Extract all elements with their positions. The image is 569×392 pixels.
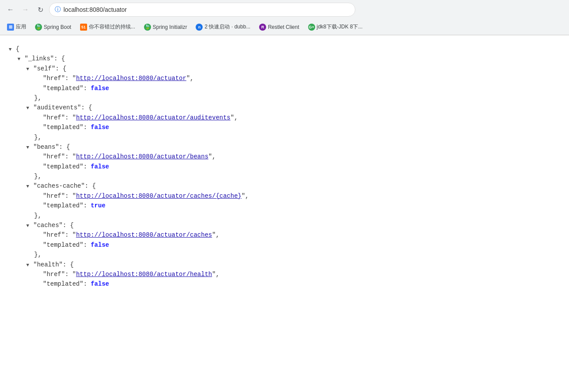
bookmark-initializr-label: Spring Initializr	[153, 24, 187, 30]
self-close: },	[9, 93, 560, 103]
bookmark-apps[interactable]: ⊞ 应用	[4, 21, 30, 32]
dubbo-icon: n	[196, 24, 203, 31]
bookmarks-bar: ⊞ 应用 🍃 Spring Boot 51 你不容错过的持续... 🍃 Spri…	[0, 19, 569, 35]
beans-templated-row: "templated": false	[9, 162, 560, 172]
beans-key-row: ▼ "beans": {	[9, 142, 560, 152]
health-templated-row: "templated": false	[9, 279, 560, 289]
caches-cache-toggle[interactable]: ▼	[26, 183, 32, 191]
address-bar[interactable]: ⓘ localhost:8080/actuator	[49, 3, 355, 17]
caches-cache-templated-row: "templated": true	[9, 201, 560, 210]
caches-cache-href-link[interactable]: http://localhost:8080/actuator/caches/{c…	[76, 191, 242, 201]
self-key-row: ▼ "self": {	[9, 64, 560, 74]
beans-toggle[interactable]: ▼	[26, 144, 32, 152]
self-href-row: "href": "http://localhost:8080/actuator"…	[9, 74, 560, 83]
nav-bar: ← → ↻ ⓘ localhost:8080/actuator	[0, 0, 569, 19]
auditevents-close: },	[9, 133, 560, 142]
initializr-icon: 🍃	[144, 24, 151, 31]
bookmark-jdk-label: jdk8下载-JDK 8下...	[317, 23, 363, 31]
auditevents-templated-row: "templated": false	[9, 122, 560, 132]
health-href-link[interactable]: http://localhost:8080/actuator/health	[76, 270, 212, 279]
auditevents-toggle[interactable]: ▼	[26, 105, 32, 112]
caches-href-link[interactable]: http://localhost:8080/actuator/caches	[76, 230, 212, 240]
bookmark-dubbo[interactable]: n 2 快速启动 · dubb...	[192, 21, 254, 32]
caches-cache-key-row: ▼ "caches-cache": {	[9, 181, 560, 191]
browser-chrome: ← → ↻ ⓘ localhost:8080/actuator ⊞ 应用 🍃 S…	[0, 0, 569, 35]
caches-cache-href-row: "href": "http://localhost:8080/actuator/…	[9, 191, 560, 201]
auditevents-href-row: "href": "http://localhost:8080/actuator/…	[9, 113, 560, 122]
bookmark-initializr[interactable]: 🍃 Spring Initializr	[140, 22, 191, 32]
self-templated-row: "templated": false	[9, 84, 560, 93]
links-toggle[interactable]: ▼	[18, 56, 23, 63]
json-viewer: ▼ { ▼ "_links": { ▼ "self": { "href": "h…	[0, 35, 569, 298]
bookmark-springboot-label: Spring Boot	[44, 24, 71, 30]
root-toggle[interactable]: ▼	[9, 46, 14, 54]
back-button[interactable]: ←	[4, 4, 17, 16]
auditevents-key-row: ▼ "auditevents": {	[9, 103, 560, 112]
health-toggle[interactable]: ▼	[26, 262, 32, 270]
caches-cache-close: },	[9, 211, 560, 220]
bookmark-51[interactable]: 51 你不容错过的持续...	[77, 21, 139, 32]
jdk-icon: G+	[308, 24, 315, 31]
bookmark-jdk[interactable]: G+ jdk8下载-JDK 8下...	[305, 21, 366, 32]
caches-templated-row: "templated": false	[9, 240, 560, 250]
links-key-row: ▼ "_links": {	[9, 54, 560, 63]
bookmark-dubbo-label: 2 快速启动 · dubb...	[204, 23, 250, 31]
beans-close: },	[9, 172, 560, 181]
bookmark-springboot[interactable]: 🍃 Spring Boot	[32, 22, 75, 32]
beans-href-link[interactable]: http://localhost:8080/actuator/beans	[76, 152, 208, 161]
self-toggle[interactable]: ▼	[26, 66, 32, 74]
health-key-row: ▼ "health": {	[9, 260, 560, 270]
auditevents-href-link[interactable]: http://localhost:8080/actuator/auditeven…	[76, 113, 231, 122]
self-href-link[interactable]: http://localhost:8080/actuator	[76, 74, 186, 83]
health-href-row: "href": "http://localhost:8080/actuator/…	[9, 270, 560, 279]
bookmark-restlet[interactable]: R Restlet Client	[256, 22, 302, 32]
root-open: ▼ {	[9, 44, 560, 54]
forward-button[interactable]: →	[19, 4, 32, 16]
bookmark-51-label: 你不容错过的持续...	[89, 23, 135, 31]
bookmark-apps-label: 应用	[16, 23, 26, 31]
caches-href-row: "href": "http://localhost:8080/actuator/…	[9, 230, 560, 240]
address-text: localhost:8080/actuator	[63, 6, 127, 13]
springboot-icon: 🍃	[35, 24, 42, 31]
51-icon: 51	[80, 24, 87, 31]
bookmark-restlet-label: Restlet Client	[268, 24, 299, 30]
caches-close: },	[9, 250, 560, 259]
reload-button[interactable]: ↻	[34, 4, 46, 16]
caches-toggle[interactable]: ▼	[26, 222, 32, 230]
info-icon: ⓘ	[55, 6, 61, 14]
beans-href-row: "href": "http://localhost:8080/actuator/…	[9, 152, 560, 161]
apps-icon: ⊞	[7, 24, 14, 31]
restlet-icon: R	[259, 24, 266, 31]
caches-key-row: ▼ "caches": {	[9, 220, 560, 230]
